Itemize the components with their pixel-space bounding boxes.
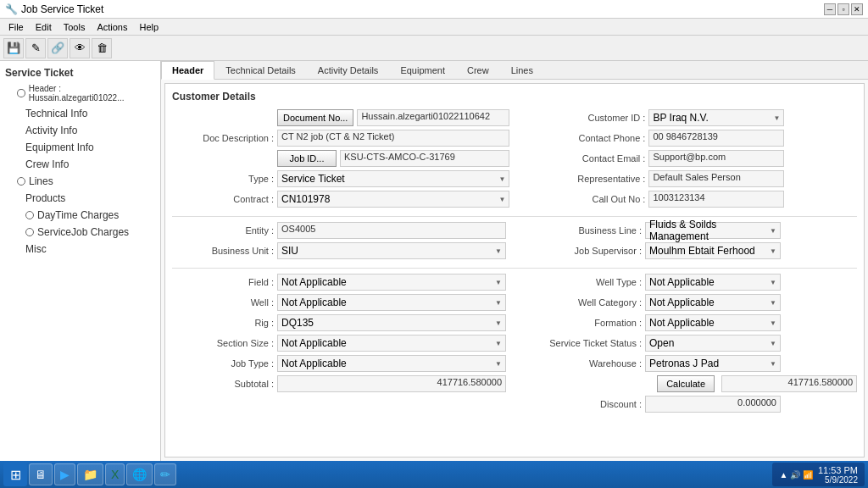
welltype-arrow: ▼ bbox=[770, 279, 776, 286]
well-dropdown[interactable]: Not Applicable ▼ bbox=[277, 294, 506, 311]
job-id-button[interactable]: Job ID... bbox=[277, 150, 337, 167]
tab-header[interactable]: Header bbox=[161, 61, 214, 80]
warehouse-dropdown[interactable]: Petronas J Pad ▼ bbox=[645, 355, 781, 372]
type-dropdown[interactable]: Service Ticket ▼ bbox=[277, 170, 509, 187]
sidebar-equipment-info[interactable]: Equipment Info bbox=[0, 139, 160, 156]
form-row-formation: Formation : Not Applicable ▼ bbox=[523, 314, 857, 331]
menu-actions[interactable]: Actions bbox=[92, 20, 132, 34]
bizunit-dropdown[interactable]: SIU ▼ bbox=[277, 242, 506, 259]
tab-activity-details[interactable]: Activity Details bbox=[307, 61, 390, 79]
label-type: Type : bbox=[172, 174, 274, 184]
menu-help[interactable]: Help bbox=[134, 20, 164, 34]
sidebar-lines-label: Lines bbox=[29, 175, 53, 187]
form-col-left-1: Document No... Hussain.alzegarti01022110… bbox=[172, 109, 509, 211]
form-col-left-2: Entity : OS4005 Business Unit : SIU ▼ bbox=[172, 222, 506, 263]
welltype-dropdown[interactable]: Not Applicable ▼ bbox=[645, 274, 781, 291]
tab-technical-details[interactable]: Technical Details bbox=[214, 61, 307, 79]
form-row-warehouse: Warehouse : Petronas J Pad ▼ bbox=[523, 355, 857, 372]
callout-value: 1003123134 bbox=[648, 191, 784, 208]
welltype-value: Not Applicable bbox=[649, 276, 715, 288]
form-row-entity: Entity : OS4005 bbox=[172, 222, 506, 239]
tab-lines[interactable]: Lines bbox=[500, 61, 544, 79]
menu-tools[interactable]: Tools bbox=[58, 20, 91, 34]
sidebar-servicejob-charges[interactable]: ServiceJob Charges bbox=[0, 224, 160, 241]
label-bizunit: Business Unit : bbox=[172, 246, 274, 256]
contract-arrow: ▼ bbox=[499, 196, 506, 203]
form-col-left-3: Field : Not Applicable ▼ Well : Not Appl… bbox=[172, 274, 506, 416]
start-button[interactable]: ⊞ bbox=[3, 463, 27, 486]
field-dropdown[interactable]: Not Applicable ▼ bbox=[277, 274, 506, 291]
formation-dropdown[interactable]: Not Applicable ▼ bbox=[645, 314, 781, 331]
window-controls[interactable]: ─ ▫ ✕ bbox=[824, 3, 863, 15]
taskbar-editor[interactable]: ✏ bbox=[154, 463, 176, 485]
sidebar-products[interactable]: Products bbox=[0, 190, 160, 207]
sidebar-daytime-charges[interactable]: DayTime Charges bbox=[0, 207, 160, 224]
title-bar-content: 🔧 Job Service Ticket bbox=[5, 3, 103, 15]
label-email: Contact Email : bbox=[526, 153, 645, 164]
link-button[interactable]: 🔗 bbox=[47, 38, 68, 58]
subtotal-value: 417716.580000 bbox=[277, 375, 506, 392]
customer-details-panel: Customer Details Document No... Hussain.… bbox=[164, 83, 865, 458]
customerid-arrow: ▼ bbox=[774, 114, 781, 122]
sidebar-technical-info[interactable]: Technical Info bbox=[0, 105, 160, 122]
form-row-rep: Representative : Default Sales Person bbox=[526, 170, 857, 187]
customerid-value: BP Iraq N.V. bbox=[653, 112, 708, 124]
taskbar-files[interactable]: 📁 bbox=[77, 463, 103, 485]
document-no-button[interactable]: Document No... bbox=[277, 109, 353, 126]
form-row-callout: Call Out No : 1003123134 bbox=[526, 191, 857, 208]
ststatus-arrow: ▼ bbox=[770, 340, 776, 347]
sidebar-header[interactable]: Header : Hussain.alzegarti01022... bbox=[0, 81, 160, 105]
terminal-icon: ▶ bbox=[60, 468, 70, 481]
taskbar-terminal[interactable]: ▶ bbox=[54, 463, 75, 485]
sidebar-service-ticket[interactable]: Service Ticket bbox=[0, 64, 160, 81]
well-arrow: ▼ bbox=[495, 299, 502, 307]
view-button[interactable]: 👁 bbox=[70, 38, 90, 58]
edit-button[interactable]: ✎ bbox=[25, 38, 46, 58]
taskbar-desktop[interactable]: 🖥 bbox=[29, 463, 53, 485]
jobsuper-dropdown[interactable]: Moulhm Ebtait Ferhood ▼ bbox=[645, 242, 781, 259]
form-col-right-3: Well Type : Not Applicable ▼ Well Catego… bbox=[523, 274, 857, 416]
sidebar-misc[interactable]: Misc bbox=[0, 241, 160, 258]
close-button[interactable]: ✕ bbox=[851, 3, 863, 15]
type-arrow: ▼ bbox=[499, 175, 506, 183]
save-button[interactable]: 💾 bbox=[3, 38, 24, 58]
sidebar-servicejob-label: ServiceJob Charges bbox=[37, 226, 129, 238]
tab-crew[interactable]: Crew bbox=[456, 61, 500, 79]
jobtype-dropdown[interactable]: Not Applicable ▼ bbox=[277, 355, 506, 372]
wellcat-dropdown[interactable]: Not Applicable ▼ bbox=[645, 294, 781, 311]
customerid-dropdown[interactable]: BP Iraq N.V. ▼ bbox=[648, 109, 784, 126]
rig-dropdown[interactable]: DQ135 ▼ bbox=[277, 314, 506, 331]
bizline-dropdown[interactable]: Fluids & Soilds Management ▼ bbox=[645, 222, 781, 239]
sectionsize-dropdown[interactable]: Not Applicable ▼ bbox=[277, 335, 506, 352]
calculate-button[interactable]: Calculate bbox=[657, 375, 715, 392]
tab-equipment[interactable]: Equipment bbox=[389, 61, 456, 79]
field-arrow: ▼ bbox=[495, 279, 502, 286]
sidebar-lines[interactable]: Lines bbox=[0, 173, 160, 190]
form-row-docno: Document No... Hussain.alzegarti01022110… bbox=[172, 109, 509, 126]
sidebar-daytime-label: DayTime Charges bbox=[37, 209, 119, 221]
menu-edit[interactable]: Edit bbox=[31, 20, 57, 34]
sectionsize-arrow: ▼ bbox=[495, 340, 502, 347]
tray-icons: ▲ 🔊 📶 bbox=[779, 470, 812, 480]
label-discount: Discount : bbox=[523, 399, 642, 409]
form-section-1: Document No... Hussain.alzegarti01022110… bbox=[172, 109, 857, 211]
ststatus-dropdown[interactable]: Open ▼ bbox=[645, 335, 781, 352]
contract-dropdown[interactable]: CN101978 ▼ bbox=[277, 191, 509, 208]
restore-button[interactable]: ▫ bbox=[837, 3, 849, 15]
well-value: Not Applicable bbox=[281, 297, 347, 308]
label-ststatus: Service Ticket Status : bbox=[523, 338, 642, 348]
sidebar-activity-info[interactable]: Activity Info bbox=[0, 122, 160, 139]
type-value: Service Ticket bbox=[281, 173, 345, 185]
label-rep: Representative : bbox=[526, 174, 645, 184]
minimize-button[interactable]: ─ bbox=[824, 3, 836, 15]
sidebar-crew-info[interactable]: Crew Info bbox=[0, 156, 160, 173]
menu-file[interactable]: File bbox=[3, 20, 29, 34]
time: 11:53 PM bbox=[818, 465, 858, 475]
form-section-2: Entity : OS4005 Business Unit : SIU ▼ Bu… bbox=[172, 222, 857, 263]
form-row-email: Contact Email : Support@bp.com bbox=[526, 150, 857, 167]
taskbar-chrome[interactable]: 🌐 bbox=[126, 463, 153, 485]
taskbar-excel[interactable]: X bbox=[105, 463, 125, 485]
sidebar: Service Ticket Header : Hussain.alzegart… bbox=[0, 61, 161, 461]
delete-button[interactable]: 🗑 bbox=[92, 38, 112, 58]
chrome-icon: 🌐 bbox=[132, 468, 147, 481]
